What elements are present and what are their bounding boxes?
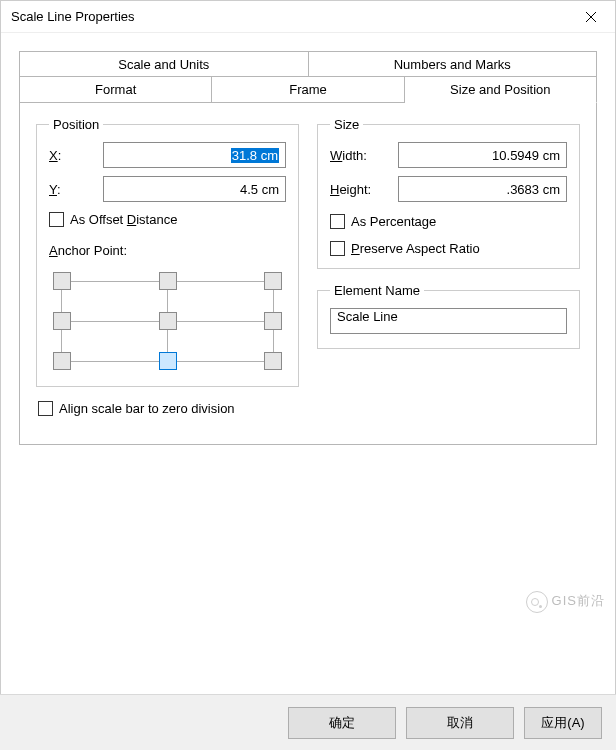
apply-button[interactable]: 应用(A) (524, 707, 602, 739)
y-input[interactable]: 4.5 cm (103, 176, 286, 202)
offset-distance-checkbox[interactable] (49, 212, 64, 227)
close-icon (585, 11, 597, 23)
tab-strip: Scale and Units Numbers and Marks Format… (19, 51, 597, 103)
watermark: GIS前沿 (526, 591, 605, 613)
width-label: Width: (330, 148, 398, 163)
ok-button[interactable]: 确定 (288, 707, 396, 739)
align-zero-checkbox[interactable] (38, 401, 53, 416)
anchor-top-right[interactable] (264, 272, 282, 290)
width-input[interactable]: 10.5949 cm (398, 142, 567, 168)
anchor-middle-center[interactable] (159, 312, 177, 330)
as-percentage-checkbox[interactable] (330, 214, 345, 229)
as-percentage-label: As Percentage (351, 214, 436, 229)
cancel-button[interactable]: 取消 (406, 707, 514, 739)
preserve-aspect-checkbox-row[interactable]: Preserve Aspect Ratio (330, 241, 567, 256)
button-bar: 确定 取消 应用(A) (0, 694, 616, 750)
height-label: Height: (330, 182, 398, 197)
x-label: X: (49, 148, 103, 163)
title-bar: Scale Line Properties (1, 1, 615, 33)
anchor-point-label: Anchor Point: (49, 243, 286, 258)
x-input[interactable]: 31.8 cm (103, 142, 286, 168)
anchor-middle-right[interactable] (264, 312, 282, 330)
y-label: Y: (49, 182, 103, 197)
as-percentage-checkbox-row[interactable]: As Percentage (330, 214, 567, 229)
offset-distance-checkbox-row[interactable]: As Offset Distance (49, 212, 286, 227)
position-legend: Position (49, 117, 103, 132)
position-group: Position X: 31.8 cm Y: 4.5 cm As Offset … (36, 117, 299, 387)
anchor-middle-left[interactable] (53, 312, 71, 330)
anchor-bottom-left[interactable] (53, 352, 71, 370)
offset-distance-label: As Offset Distance (70, 212, 177, 227)
preserve-aspect-checkbox[interactable] (330, 241, 345, 256)
preserve-aspect-label: Preserve Aspect Ratio (351, 241, 480, 256)
size-legend: Size (330, 117, 363, 132)
tab-numbers-and-marks[interactable]: Numbers and Marks (309, 51, 598, 77)
anchor-top-center[interactable] (159, 272, 177, 290)
anchor-bottom-center[interactable] (159, 352, 177, 370)
align-zero-checkbox-row[interactable]: Align scale bar to zero division (38, 401, 580, 416)
tab-size-and-position[interactable]: Size and Position (405, 76, 597, 103)
close-button[interactable] (569, 2, 613, 32)
element-name-input[interactable]: Scale Line (330, 308, 567, 334)
anchor-bottom-right[interactable] (264, 352, 282, 370)
element-name-group: Element Name Scale Line (317, 283, 580, 349)
anchor-top-left[interactable] (53, 272, 71, 290)
tab-panel-size-position: Position X: 31.8 cm Y: 4.5 cm As Offset … (19, 103, 597, 445)
tab-scale-and-units[interactable]: Scale and Units (19, 51, 309, 77)
size-group: Size Width: 10.5949 cm Height: .3683 cm … (317, 117, 580, 269)
tab-frame[interactable]: Frame (212, 76, 404, 103)
tab-format[interactable]: Format (19, 76, 212, 103)
anchor-point-grid (49, 268, 286, 374)
dialog-body: Scale and Units Numbers and Marks Format… (1, 33, 615, 673)
height-input[interactable]: .3683 cm (398, 176, 567, 202)
element-name-legend: Element Name (330, 283, 424, 298)
window-title: Scale Line Properties (11, 9, 135, 24)
align-zero-label: Align scale bar to zero division (59, 401, 235, 416)
